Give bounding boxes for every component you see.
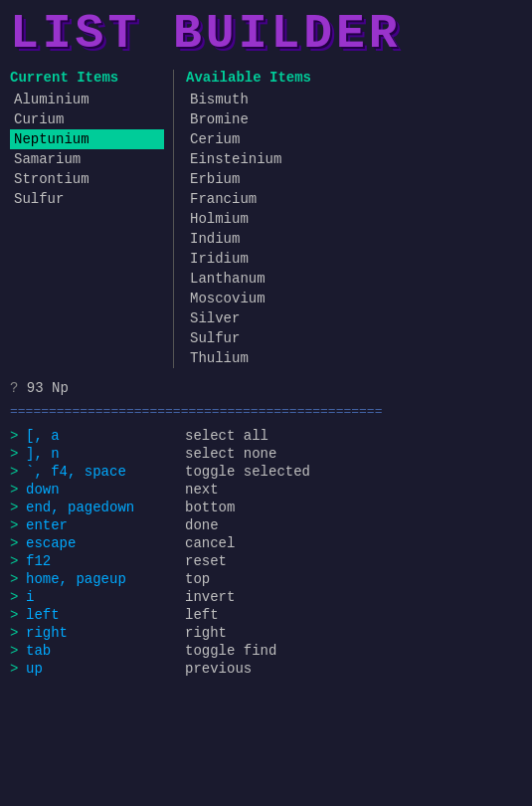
- current-items-list: AluminiumCuriumNeptuniumSamariumStrontiu…: [10, 90, 164, 209]
- keybinding-action: select none: [185, 446, 276, 462]
- keybinding-arrow: >: [10, 607, 26, 623]
- keybinding-arrow: >: [10, 553, 26, 569]
- available-items-list: BismuthBromineCeriumEinsteiniumErbiumFra…: [186, 90, 532, 368]
- keybinding-arrow: >: [10, 500, 26, 515]
- available-item[interactable]: Indium: [186, 229, 532, 249]
- keybinding-keys: enter: [26, 517, 185, 533]
- keybinding-arrow: >: [10, 535, 26, 551]
- app-title: LIST BUILDER: [10, 10, 522, 58]
- keybinding-arrow: >: [10, 661, 26, 677]
- keybinding-action: select all: [185, 428, 268, 444]
- keybinding-arrow: >: [10, 428, 26, 444]
- keybinding-keys: ], n: [26, 446, 185, 462]
- available-item[interactable]: Silver: [186, 308, 532, 328]
- keybinding-arrow: >: [10, 517, 26, 533]
- keybinding-row: >`, f4, spacetoggle selected: [10, 463, 522, 481]
- keybinding-action: next: [185, 482, 219, 498]
- keybinding-keys: [, a: [26, 428, 185, 444]
- current-item[interactable]: Sulfur: [10, 189, 164, 209]
- available-items-column: Available Items BismuthBromineCeriumEins…: [182, 70, 532, 368]
- keybinding-action: bottom: [185, 500, 235, 515]
- keybinding-row: >[, aselect all: [10, 427, 522, 445]
- available-item[interactable]: Bromine: [186, 109, 532, 129]
- keybinding-keys: f12: [26, 553, 185, 569]
- keybinding-arrow: >: [10, 446, 26, 462]
- section-separator: ========================================…: [0, 404, 532, 423]
- keybinding-arrow: >: [10, 625, 26, 641]
- keybinding-row: >f12reset: [10, 552, 522, 570]
- keybinding-action: top: [185, 571, 210, 587]
- keybinding-row: >tabtoggle find: [10, 642, 522, 660]
- keybinding-row: >enterdone: [10, 516, 522, 534]
- available-item[interactable]: Holmium: [186, 209, 532, 229]
- keybinding-action: reset: [185, 553, 227, 569]
- current-item[interactable]: Aluminium: [10, 90, 164, 109]
- element-info-value: 93 Np: [27, 380, 69, 396]
- info-question-mark: ?: [10, 380, 18, 396]
- current-items-header: Current Items: [10, 70, 164, 86]
- keybinding-row: >rightright: [10, 624, 522, 642]
- keybinding-row: >escapecancel: [10, 534, 522, 552]
- available-item[interactable]: Einsteinium: [186, 149, 532, 169]
- keybinding-action: right: [185, 625, 227, 641]
- keybinding-action: previous: [185, 661, 252, 677]
- keybinding-row: >], nselect none: [10, 445, 522, 463]
- available-item[interactable]: Lanthanum: [186, 269, 532, 289]
- available-item[interactable]: Cerium: [186, 129, 532, 149]
- keybinding-row: >end, pagedownbottom: [10, 499, 522, 516]
- keybinding-keys: right: [26, 625, 185, 641]
- current-item[interactable]: Samarium: [10, 149, 164, 169]
- keybinding-keys: up: [26, 661, 185, 677]
- keybinding-action: left: [185, 607, 219, 623]
- available-item[interactable]: Thulium: [186, 348, 532, 368]
- available-item[interactable]: Iridium: [186, 249, 532, 269]
- keybinding-keys: tab: [26, 643, 185, 659]
- available-item[interactable]: Sulfur: [186, 328, 532, 348]
- keybinding-action: cancel: [185, 535, 235, 551]
- keybinding-action: toggle find: [185, 643, 276, 659]
- keybinding-arrow: >: [10, 482, 26, 498]
- keybinding-keys: escape: [26, 535, 185, 551]
- keybindings-section: >[, aselect all>], nselect none>`, f4, s…: [0, 423, 532, 682]
- current-item[interactable]: Strontium: [10, 169, 164, 189]
- keybinding-keys: left: [26, 607, 185, 623]
- available-item[interactable]: Francium: [186, 189, 532, 209]
- keybinding-keys: `, f4, space: [26, 464, 185, 480]
- keybinding-action: invert: [185, 589, 235, 605]
- available-item[interactable]: Erbium: [186, 169, 532, 189]
- keybinding-arrow: >: [10, 464, 26, 480]
- available-item[interactable]: Moscovium: [186, 289, 532, 308]
- keybinding-keys: i: [26, 589, 185, 605]
- keybinding-action: done: [185, 517, 219, 533]
- keybinding-row: >downnext: [10, 481, 522, 499]
- keybinding-arrow: >: [10, 643, 26, 659]
- keybinding-row: >upprevious: [10, 660, 522, 678]
- available-item[interactable]: Bismuth: [186, 90, 532, 109]
- keybinding-keys: down: [26, 482, 185, 498]
- keybinding-row: >home, pageuptop: [10, 570, 522, 588]
- keybinding-arrow: >: [10, 589, 26, 605]
- available-items-header: Available Items: [186, 70, 532, 86]
- keybinding-keys: end, pagedown: [26, 500, 185, 515]
- column-divider: [164, 70, 182, 368]
- keybinding-row: >leftleft: [10, 606, 522, 624]
- keybinding-keys: home, pageup: [26, 571, 185, 587]
- keybinding-action: toggle selected: [185, 464, 310, 480]
- keybinding-arrow: >: [10, 571, 26, 587]
- current-items-column: Current Items AluminiumCuriumNeptuniumSa…: [0, 70, 164, 368]
- current-item[interactable]: Curium: [10, 109, 164, 129]
- current-item[interactable]: Neptunium: [10, 129, 164, 149]
- keybinding-row: >iinvert: [10, 588, 522, 606]
